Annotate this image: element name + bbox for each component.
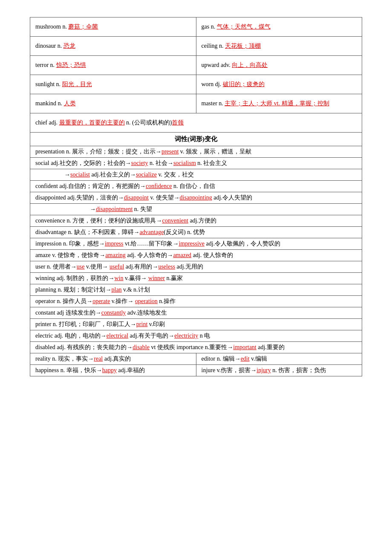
text-present-def: v. 颁发，展示，赠送，呈献 (179, 148, 251, 155)
text-useless: adj.无用的 (175, 263, 203, 270)
text-socialist: adj.社会主义的→ (90, 171, 136, 178)
cell-social: social adj.社交的，交际的；社会的→society n. 社会→soc… (30, 158, 362, 169)
cell-amaze: amaze v. 使惊奇，使惊奇→amazing adj. 令人惊奇的→amaz… (30, 250, 362, 261)
link-convenient: convenient (162, 217, 188, 224)
text-impression: impression n. 印象，感想→ (35, 240, 105, 247)
text-printer: printer n. 打印机；印刷厂，印刷工人→ (35, 321, 136, 327)
row-presentation: presentation n. 展示，介绍；颁发；提交，出示→present v… (30, 146, 362, 158)
word-master: master n. (202, 100, 225, 107)
text-confident: confident adj.自信的；肯定的，有把握的→ (35, 183, 146, 189)
link-use: use (77, 263, 85, 270)
link-injury: injury (257, 367, 271, 373)
row-impression: impression n. 印象，感想→impress vt.给……留下印象→i… (30, 238, 362, 250)
link-useful: useful (110, 263, 124, 270)
cell-constant: constant adj 连续发生的→constantly adv.连续地发生 (30, 307, 362, 319)
link-socialism: socialism (173, 160, 196, 166)
vocabulary-table: mushroom n. 蘑菇；伞菌 gas n. 气体；天然气，煤气 dinos… (30, 17, 362, 376)
cell-operator: operator n. 操作人员→operate v.操作→ operation… (30, 296, 362, 307)
section-title: 词性(词形)变化 (175, 136, 217, 142)
row-chief: chief adj. 最重要的，首要的主要的 n. (公司或机构的)首领 (30, 113, 362, 133)
row-happiness-injure: happiness n. 幸福，快乐→happy adj.幸福的 injure … (30, 365, 362, 376)
row-planning: planning n. 规划；制定计划→plan v.& n.计划 (30, 284, 362, 296)
text-amaze: amaze v. 使惊奇，使惊奇→ (35, 252, 105, 258)
cell-dinosaur: dinosaur n. 恐龙 (30, 37, 196, 56)
word-chief: chief adj. (35, 119, 59, 126)
row-mankind-master: mankind n. 人类 master n. 主宰；主人；大师 vt. 精通，… (30, 94, 362, 113)
link-electrical: electrical (107, 332, 128, 339)
cell-master: master n. 主宰；主人；大师 vt. 精通，掌握；控制 (196, 94, 362, 113)
def-worn: 破旧的；疲惫的 (223, 81, 265, 87)
cell-disappointed: disappointed adj.失望的，沮丧的→disappoint v. 使… (30, 192, 362, 204)
cell-user: user n. 使用者→use v.使用→ useful adj.有用的→use… (30, 261, 362, 273)
link-confidence: confidence (146, 183, 172, 189)
text-social: social adj.社交的，交际的；社会的→ (35, 160, 131, 166)
text-disabled: disabled adj. 有残疾的；丧失能力的→ (35, 344, 133, 350)
link-socialist: socialist (70, 171, 90, 178)
def-master-1: 主宰；主人；大师 vt. 精通，掌握；控制 (225, 100, 329, 107)
text-editor: editor n. 编辑→ (202, 356, 241, 362)
text-winner: n.赢家 (165, 275, 183, 281)
text-disable: vt 使残疾 importance n.重要性→ (150, 344, 233, 350)
cell-reality: reality n. 现实，事实→real adj.真实的 (30, 353, 196, 365)
row-disadvantage: disadvantage n. 缺点；不利因素，障碍→advantage(反义词… (30, 227, 362, 238)
row-constant: constant adj 连续发生的→constantly adv.连续地发生 (30, 307, 362, 319)
word-ceiling: ceiling n. (202, 43, 225, 49)
text-society: n. 社会→ (148, 160, 173, 166)
def-ceiling: 天花板；顶棚 (225, 43, 261, 49)
cell-editor: editor n. 编辑→edit v.编辑 (196, 353, 362, 365)
cell-mankind: mankind n. 人类 (30, 94, 196, 113)
text-convenience: convenience n. 方便，便利；便利的设施或用具→ (35, 217, 162, 224)
word-gas: gas n. (202, 23, 217, 30)
text-disappointing: adj.令人失望的 (212, 194, 252, 201)
row-disabled: disabled adj. 有残疾的；丧失能力的→disable vt 使残疾 … (30, 342, 362, 353)
text-real: adj.真实的 (103, 356, 131, 362)
link-disappointment: disappointment (96, 206, 133, 212)
def-gas: 气体；天然气，煤气 (217, 23, 271, 30)
text-disappointment: n. 失望 (133, 206, 152, 212)
row-mushroom-gas: mushroom n. 蘑菇；伞菌 gas n. 气体；天然气，煤气 (30, 17, 362, 37)
cell-convenience: convenience n. 方便，便利；便利的设施或用具→convenient… (30, 215, 362, 227)
row-electric: electric adj. 电的，电动的→electrical adj.有关于电… (30, 330, 362, 342)
page-container: mushroom n. 蘑菇；伞菌 gas n. 气体；天然气，煤气 dinos… (30, 17, 362, 376)
text-happy: adj.幸福的 (117, 367, 145, 373)
def-dinosaur: 恐龙 (63, 43, 75, 49)
link-impressive: impressive (179, 240, 205, 247)
def-chief-3: 首领 (172, 119, 184, 126)
link-amazed: amazed (173, 252, 191, 258)
row-printer: printer n. 打印机；印刷厂，印刷工人→print v.印刷 (30, 319, 362, 330)
text-winning: winning adj. 制胜的，获胜的→ (35, 275, 115, 281)
text-user: user n. 使用者→ (35, 263, 77, 270)
link-operation: operation (135, 298, 158, 304)
row-user: user n. 使用者→use v.使用→ useful adj.有用的→use… (30, 261, 362, 273)
link-disappointing: disappointing (180, 194, 212, 201)
cell-ceiling: ceiling n. 天花板；顶棚 (196, 37, 362, 56)
text-operator: operator n. 操作人员→ (35, 298, 92, 304)
text-disappointed: disappointed adj.失望的，沮丧的→ (35, 194, 124, 201)
link-present: present (161, 148, 179, 155)
cell-disadvantage: disadvantage n. 缺点；不利因素，障碍→advantage(反义词… (30, 227, 362, 238)
section-header: 词性(词形)变化 (30, 133, 362, 146)
text-disadvantage: disadvantage n. 缺点；不利因素，障碍→ (35, 229, 140, 235)
link-happy: happy (102, 367, 117, 373)
def-terror: 惊恐；恐惧 (56, 62, 86, 68)
link-socialize: socialize (136, 171, 157, 178)
text-advantage: (反义词) n. 优势 (164, 229, 205, 235)
row-operator: operator n. 操作人员→operate v.操作→ operation… (30, 296, 362, 307)
cell-injure: injure v.伤害，损害→injury n. 伤害，损害；负伤 (196, 365, 362, 376)
row-winning: winning adj. 制胜的，获胜的→win v.赢得→ winner n.… (30, 273, 362, 284)
text-amazed: adj. 使人惊奇的 (191, 252, 233, 258)
cell-planning: planning n. 规划；制定计划→plan v.& n.计划 (30, 284, 362, 296)
text-reality: reality n. 现实，事实→ (35, 356, 94, 362)
text-presentation: presentation n. 展示，介绍；颁发；提交，出示→ (35, 148, 161, 155)
row-sunlight-worn: sunlight n. 阳光，目光 worn dj. 破旧的；疲惫的 (30, 75, 362, 94)
word-worn: worn dj. (202, 81, 223, 87)
link-important: important (233, 344, 256, 350)
link-constantly: constantly (101, 309, 126, 316)
link-print: print (136, 321, 147, 327)
word-sunlight: sunlight n. (35, 81, 62, 87)
cell-happiness: happiness n. 幸福，快乐→happy adj.幸福的 (30, 365, 196, 376)
text-impressive: adj.令人敬佩的，令人赞叹的 (205, 240, 280, 247)
cell-mushroom: mushroom n. 蘑菇；伞菌 (30, 17, 196, 37)
text-injure: injure v.伤害，损害→ (202, 367, 257, 373)
row-amaze: amaze v. 使惊奇，使惊奇→amazing adj. 令人惊奇的→amaz… (30, 250, 362, 261)
